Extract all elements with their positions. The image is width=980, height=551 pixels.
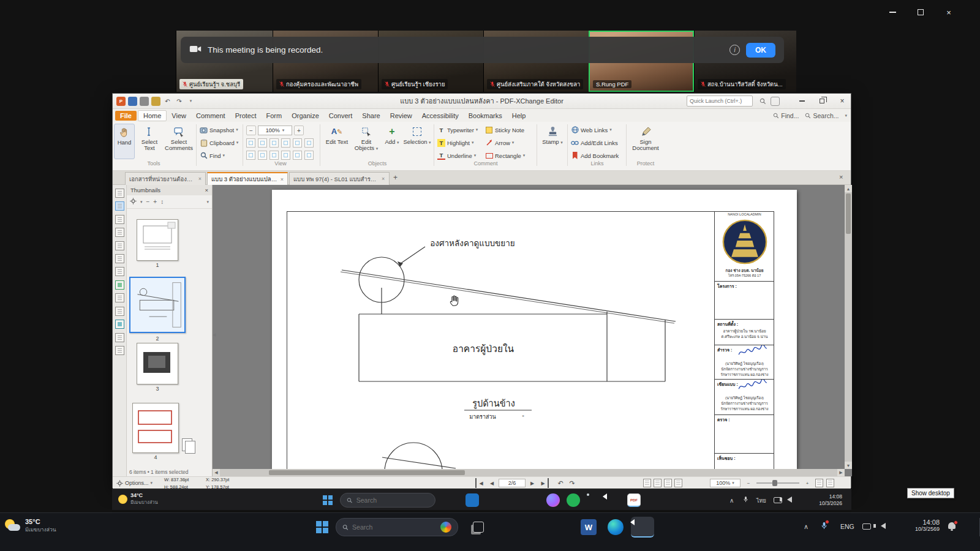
switch-ui-icon[interactable] [771,97,780,106]
zoom-level-box[interactable]: 100%▾ [258,126,292,135]
thumbnails-panel-close-icon[interactable]: × [205,187,208,193]
rectangle-button[interactable]: Rectangle▾ [485,150,525,161]
fit-width-button[interactable] [815,479,823,487]
two-pages-continuous-button[interactable] [674,479,682,487]
app-word-icon[interactable]: W [581,519,597,535]
thumbnails-options-dropdown[interactable]: ▾ [140,200,143,204]
web-links-button[interactable]: Web Links▾ [571,124,612,135]
search-input[interactable] [352,523,437,531]
actual-size-icon[interactable] [246,138,255,148]
menu-review[interactable]: Review [385,111,417,121]
weather-widget[interactable]: 35°C มีเมฆบางส่วน [5,518,56,534]
thumbnails-options-gear-icon[interactable] [130,198,137,206]
stamps-pane-icon[interactable] [115,333,124,342]
zoom-in-button[interactable]: + [294,126,304,135]
underline-button[interactable]: T Underline▾ [437,150,476,161]
edit-objects-button[interactable]: Edit Objects ▾ [352,124,381,159]
next-view-button[interactable]: ↷ [567,478,577,488]
signatures-pane-icon[interactable] [115,267,124,276]
zoom-level-box[interactable]: 100%▾ [710,479,741,487]
pages-pane-icon[interactable] [115,189,124,198]
sticky-note-button[interactable]: Sticky Note [485,124,524,135]
task-view-button[interactable] [473,522,484,533]
fit-page-button[interactable] [826,479,834,487]
scroll-up-arrow[interactable]: ▲ [845,185,852,192]
notification-bell-icon[interactable] [948,522,956,529]
thumbnail-zoom-out-icon[interactable]: − [146,198,150,205]
attachments-pane-icon[interactable] [115,241,124,250]
first-page-button[interactable]: ◀ [475,478,485,488]
thumbnail-sort-icon[interactable]: ↕ [160,198,164,205]
select-comments-button[interactable]: Select Comments [164,124,194,159]
new-tab-button[interactable]: + [393,173,398,182]
start-button[interactable] [316,521,328,533]
full-screen-icon[interactable] [293,151,302,160]
two-pages-button[interactable] [664,479,672,487]
add-bookmark-button[interactable]: Add Bookmark [571,150,619,161]
sign-document-button[interactable]: Sign Document [630,124,662,159]
tabbar-close-button[interactable]: × [839,173,843,181]
panel-collapse-handle[interactable]: ◀ [213,332,216,337]
clock[interactable]: 14:08 10/3/2569 [899,519,940,533]
horizontal-scrollbar[interactable]: ◀ ▶ [213,469,845,476]
layers-pane-icon[interactable] [115,228,124,237]
window-close-button[interactable]: × [943,6,955,18]
tray-volume-icon[interactable] [787,497,792,503]
search-menu-item[interactable]: Search... [805,112,839,119]
tray-mic-icon[interactable] [743,495,748,503]
menu-form[interactable]: Form [262,111,287,121]
horizontal-scroll-thumb[interactable] [269,470,465,475]
ui-options-icon[interactable] [758,97,767,106]
scroll-down-arrow[interactable]: ▼ [845,462,852,469]
page-thumbnail-1[interactable] [137,219,178,261]
fit-width-icon[interactable] [270,138,279,148]
remote-clock[interactable]: 14:08 10/3/2026 [804,493,842,507]
find-button[interactable]: Find▾ [200,150,225,161]
options-button[interactable]: Options...▾ [116,477,153,489]
app-edge-icon[interactable] [608,519,624,535]
app-chat-icon[interactable] [567,493,580,507]
pdf-minimize-button[interactable] [793,95,811,107]
tray-language-indicator[interactable]: ไทย [756,497,766,505]
doc-tab-3[interactable]: แบบ ทพ 97(4) - SL01 แบบสำรวจ 2025× [289,172,390,185]
page-number-box[interactable]: 2/6 [499,479,526,487]
tray-mic-icon[interactable] [821,521,827,530]
app-zoom-active-highlight[interactable] [631,517,654,538]
add-edit-links-button[interactable]: Add/Edit Links [571,137,618,148]
search-box[interactable] [336,518,458,536]
app-pdf-xchange-icon-active[interactable]: PDF [627,493,641,507]
menu-accessibility[interactable]: Accessibility [417,111,464,121]
hand-tool-button[interactable]: Hand [114,124,135,159]
ribbon-options-dropdown-icon[interactable]: ▾ [845,113,847,118]
menu-convert[interactable]: Convert [324,111,358,121]
page-thumbnail-2-selected[interactable] [129,277,186,333]
app-edge-icon[interactable] [466,493,479,507]
thumbnails-pane-icon[interactable] [115,201,124,211]
add-button[interactable]: + Add ▾ [382,124,402,159]
window-maximize-button[interactable] [914,6,927,18]
vertical-scroll-thumb[interactable] [846,193,851,234]
doc-tab-1[interactable]: เอกสารที่หน่วยงานต้องนำส่ง× [125,172,206,185]
previous-view-button[interactable]: ↶ [556,478,565,488]
vertical-scrollbar[interactable]: ▲ ▼ [845,185,852,469]
next-page-button[interactable]: ▶ [527,478,537,488]
typewriter-button[interactable]: T Typewriter▾ [437,124,478,135]
menu-help[interactable]: Help [507,111,531,121]
zoom-slider[interactable] [756,482,799,484]
menu-organize[interactable]: Organize [287,111,324,121]
customize-quick-access-icon[interactable]: ▾ [186,97,195,106]
reading-mode-icon[interactable] [304,151,314,160]
single-page-button[interactable] [643,479,651,487]
history-pane-icon[interactable] [115,346,124,355]
stamp-button[interactable]: Stamp ▾ [540,124,565,159]
info-icon[interactable]: i [729,45,740,55]
links-pane-icon[interactable] [115,280,124,290]
thumbnail-zoom-in-icon[interactable]: + [153,198,157,205]
remote-search-box[interactable] [340,493,435,508]
menu-home[interactable]: Home [138,110,167,121]
zoom-out-button[interactable]: − [744,478,753,488]
continuous-button[interactable] [654,479,662,487]
tray-language-indicator[interactable]: ENG [840,523,854,530]
snapshot-button[interactable]: Snapshot▾ [200,124,238,135]
remote-search-input[interactable] [356,497,429,504]
